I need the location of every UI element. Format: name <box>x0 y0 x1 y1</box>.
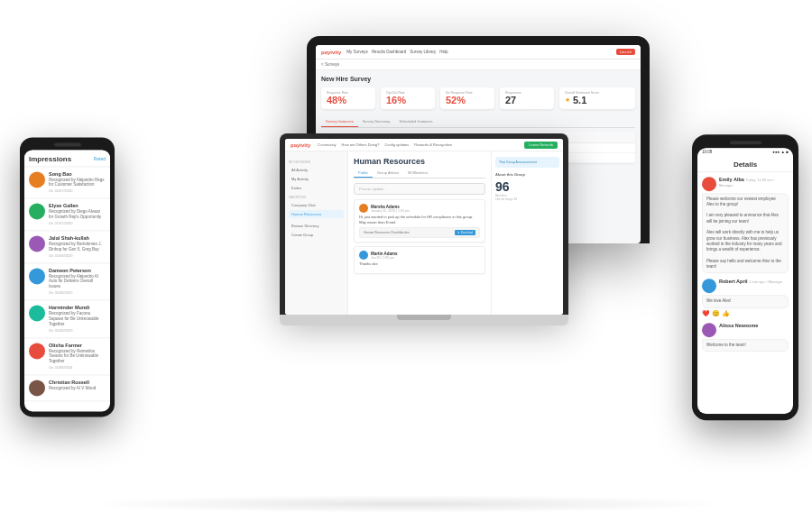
message-info: Emily Alba Today, 11:00 am • Manager <box>719 177 789 188</box>
sidebar-section: Favorites <box>289 196 344 199</box>
sidebar-item-my-activity[interactable]: My Activity <box>289 175 344 183</box>
message-name: Alissa Newsome <box>719 323 758 328</box>
survey-tabs: Survey Instances Survey Summary Schedule… <box>321 116 635 128</box>
avatar <box>29 171 45 188</box>
status-bar: 10:08 ●●● ▲ ■ <box>697 148 793 156</box>
message-text-2: Welcome to the team! <box>702 339 789 352</box>
imp-name: Dameon Peterson <box>49 268 106 273</box>
sidebar-item-create-group[interactable]: Create Group <box>289 231 344 239</box>
avatar <box>29 204 45 220</box>
imp-text: Recognized by Alejandro Regs for Custome… <box>49 178 106 188</box>
message-wrap-1: Robert April 1 min ago • Manager We love… <box>702 279 789 317</box>
imp-name: Christian Russell <box>49 380 106 386</box>
nav-rewards[interactable]: Rewards & Recognition <box>414 142 452 147</box>
phone-left-screen: Impressions Rated Song Bao Recognized by… <box>24 150 110 411</box>
tab-survey-instances[interactable]: Survey Instances <box>321 116 358 127</box>
chat-title: Details <box>702 160 789 169</box>
ground-shadow <box>81 495 731 513</box>
phone-right-body: 10:08 ●●● ▲ ■ Details Emily Alba <box>692 134 798 420</box>
message-info: Alissa Newsome <box>719 323 789 328</box>
imp-date: On 31/08/2024 <box>49 366 106 371</box>
community-right-panel: That Group Announcement About this Group… <box>491 151 563 315</box>
laptop: payivity Community How are Others Doing?… <box>280 133 568 325</box>
launch-button[interactable]: Launch <box>616 49 635 55</box>
imp-name: Olisha Farmer <box>49 343 106 348</box>
imp-name: Song Bao <box>49 171 106 177</box>
imp-name: Elyse Gallen <box>49 204 106 209</box>
imp-text: Recognized by AI V Wood <box>49 387 106 392</box>
phone-left: Impressions Rated Song Bao Recognized by… <box>20 137 115 417</box>
survey-nav-item[interactable]: Results Dashboard <box>372 50 406 54</box>
imp-name: Jalal Shah-kullah <box>49 235 106 241</box>
sidebar-item-all-activity[interactable]: All Activity <box>289 166 344 174</box>
message-name: Robert April <box>719 279 748 285</box>
survey-nav-item[interactable]: Help <box>439 50 448 54</box>
chat-messages: Emily Alba Today, 11:00 am • Manager Ple… <box>697 172 793 407</box>
impressions-app: Impressions Rated Song Bao Recognized by… <box>24 150 110 411</box>
nav-community[interactable]: Community <box>318 142 336 147</box>
member-count: 96 <box>495 179 559 194</box>
nav-config[interactable]: Config updates <box>384 142 409 147</box>
laptop-notch <box>397 315 451 320</box>
tab-survey-summary[interactable]: Survey Summary <box>358 116 395 127</box>
avatar <box>29 305 45 321</box>
post-meta: Marsha Adams January 15, 2020 | 1:00 pm <box>371 205 410 213</box>
phone-left-body: Impressions Rated Song Bao Recognized by… <box>20 137 115 417</box>
survey-nav-item[interactable]: My Surveys <box>346 50 368 54</box>
sidebar-item-kudos[interactable]: Kudos <box>289 184 344 192</box>
laptop-screen-wrap: payivity Community How are Others Doing?… <box>280 133 568 315</box>
leave-network-button[interactable]: Leave Network <box>524 142 558 149</box>
about-group-label: About this Group <box>495 172 559 177</box>
avatar <box>29 380 45 397</box>
group-announcement: That Group Announcement <box>495 157 559 168</box>
impressions-filter[interactable]: Rated <box>94 156 106 161</box>
imp-date: On 31/08/2020 <box>49 328 106 333</box>
post-text: Thanks alot <box>359 261 480 267</box>
phone-right: 10:08 ●●● ▲ ■ Details Emily Alba <box>692 134 798 420</box>
message-name: Emily Alba <box>719 177 744 182</box>
tab-public[interactable]: Public <box>354 169 373 178</box>
community-header: payivity Community How are Others Doing?… <box>285 139 563 151</box>
laptop-body: payivity Community How are Others Doing?… <box>280 133 568 325</box>
message-user-1: Robert April 1 min ago • Manager <box>702 279 789 294</box>
survey-header: payivity My Surveys Results Dashboard Su… <box>316 45 641 60</box>
sidebar-item-directory[interactable]: Browse Directory <box>289 222 344 230</box>
nav-others[interactable]: How are Others Doing? <box>342 142 380 147</box>
star-icon: ★ <box>565 96 570 104</box>
imp-text: Recognized by Remedios Tavarez for Be Un… <box>49 349 106 365</box>
sentiment-card: Overall Sentiment Score ★ 5.1 <box>559 87 635 109</box>
community-logo: payivity <box>291 142 310 148</box>
laptop-screen: payivity Community How are Others Doing?… <box>285 139 563 315</box>
phone-notch <box>54 142 81 146</box>
survey-title-bar: New Hire Survey <box>321 76 635 82</box>
imp-text: Recognized by Alejandro AI Auto for Deli… <box>49 274 106 290</box>
survey-back[interactable]: < Surveys <box>321 62 339 67</box>
sidebar-item-hr[interactable]: Human Resources <box>289 210 344 218</box>
post-time: January 15, 2020 | 1:00 pm <box>371 209 410 213</box>
survey-nav-item[interactable]: Survey Library <box>410 50 436 54</box>
sidebar-section: My Network <box>289 160 344 164</box>
tab-members[interactable]: 96 Members <box>403 169 432 178</box>
tab-scheduled-instances[interactable]: Scheduled Instances <box>394 116 437 127</box>
sidebar-item-company-chat[interactable]: Company Chat <box>289 201 344 209</box>
phone-right-notch <box>730 141 761 144</box>
survey-logo: payivity <box>321 50 341 55</box>
metric-value: 27 <box>505 95 549 105</box>
impression-content: Song Bao Recognized by Alejandro Regs fo… <box>49 171 106 194</box>
attachment-name: Human Resources Checklist.doc <box>364 231 410 234</box>
message-wrap-2: Alissa Newsome Welcome to the team! <box>702 323 789 352</box>
tab-group-advice[interactable]: Group Advice <box>373 169 403 178</box>
phone-right-screen: 10:08 ●●● ▲ ■ Details Emily Alba <box>697 148 793 414</box>
post-avatar <box>359 251 368 260</box>
group-title: Human Resources <box>354 157 485 166</box>
survey-title: New Hire Survey <box>321 76 371 82</box>
status-time: 10:08 <box>702 150 712 154</box>
imp-date: On 31/07/2020 <box>49 189 106 194</box>
list-item: Dameon Peterson Recognized by Alejandro … <box>24 263 110 301</box>
message-text-0: Please welcome our newest employee Alex … <box>702 193 789 274</box>
list-item: Jalal Shah-kullah Recognized by Bartolom… <box>24 231 110 263</box>
download-button[interactable]: ⬇ Download <box>455 230 475 235</box>
message-avatar <box>702 279 716 294</box>
post-input[interactable]: Post an update... <box>354 183 485 195</box>
message-user-0: Emily Alba Today, 11:00 am • Manager <box>702 177 789 191</box>
